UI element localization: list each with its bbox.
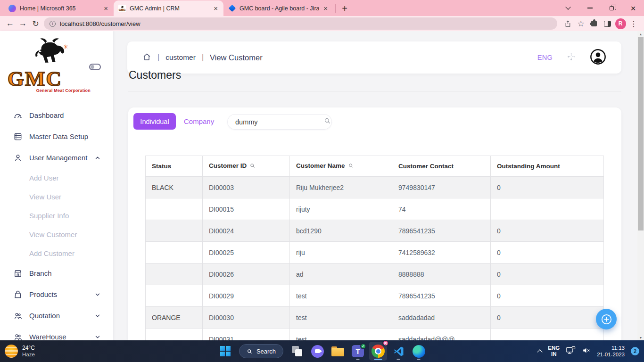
customers-table: Status Customer ID Customer Name Custome… [145, 156, 604, 350]
windows-taskbar: 24°C Haze Search T✓ R ENG IN [0, 340, 644, 362]
task-view-button[interactable] [288, 342, 306, 361]
customer-search-input[interactable] [235, 118, 323, 126]
sidebar-item-view-user[interactable]: View User [0, 187, 113, 206]
company-tab-link[interactable]: Company [184, 117, 214, 125]
chrome-icon [372, 345, 385, 358]
sidebar-item-supplier-info[interactable]: Supplier Info [0, 206, 113, 225]
col-customer-contact: Customer Contact [392, 156, 491, 177]
sidebar-item-user-management[interactable]: User Management [0, 147, 113, 168]
browser-tab-jira[interactable]: GMC board - Agile board - Jira × [223, 0, 333, 16]
column-search-icon[interactable] [348, 163, 354, 170]
cell-customer-id: DI00029 [203, 285, 290, 307]
home-icon[interactable] [142, 52, 151, 63]
cell-customer-id: DI00003 [203, 177, 290, 198]
teams-button[interactable]: T✓ [349, 342, 367, 361]
store-icon [13, 269, 23, 278]
column-search-icon[interactable] [249, 163, 256, 170]
sidebar-item-view-customer[interactable]: View Customer [0, 225, 113, 244]
taskbar-search[interactable]: Search [239, 344, 283, 358]
tab-title: GMC board - Agile board - Jira [239, 5, 319, 12]
title-divider [128, 91, 621, 91]
browser-tab-gmc-admin[interactable]: GMC GMC Admin | CRM × [114, 0, 223, 16]
move-arrows-icon[interactable] [567, 52, 576, 63]
forward-button[interactable]: → [17, 19, 29, 28]
tab-close-icon[interactable]: × [322, 5, 329, 12]
reload-button[interactable]: ↻ [29, 19, 42, 29]
cell-status: ORANGE [146, 307, 203, 329]
browser-menu-icon[interactable]: ⋮ [627, 19, 640, 28]
chrome-button[interactable]: R [369, 342, 387, 361]
chat-button[interactable] [308, 342, 326, 361]
scroll-up-arrow[interactable]: ▲ [637, 31, 644, 37]
window-close-button[interactable]: × [622, 0, 644, 16]
bag-icon [13, 290, 23, 299]
sidebar: ✳ GMC General Meat Corporation Dashboard… [0, 31, 113, 340]
user-avatar-icon[interactable] [590, 49, 606, 67]
sidebar-item-dashboard[interactable]: Dashboard [0, 105, 113, 126]
edge-button[interactable] [410, 342, 428, 361]
window-restore-button[interactable] [601, 0, 622, 16]
col-outstanding-amount: Outstanding Amount [491, 156, 604, 177]
table-row[interactable]: DI00024 bcd1290 7896541235 0 [146, 220, 604, 242]
hidden-icons-chevron[interactable] [537, 349, 543, 354]
chrome-profile-badge: R [382, 340, 389, 346]
add-customer-fab[interactable] [596, 309, 617, 329]
network-icon[interactable] [566, 346, 576, 357]
cell-customer-name: test [290, 285, 392, 307]
plus-circle-icon [600, 313, 613, 326]
page-scrollbar[interactable]: ▲ ▼ [637, 31, 644, 340]
cell-customer-contact: 8888888 [392, 263, 491, 285]
vscode-icon [393, 346, 405, 357]
window-minimize-button[interactable] [579, 0, 601, 16]
cell-status [146, 198, 203, 220]
address-bar[interactable]: i localhost:8080/customer/view [44, 17, 557, 30]
sidebar-collapse-toggle[interactable] [89, 64, 101, 70]
notification-count-badge[interactable]: 2 [631, 347, 639, 355]
cell-customer-contact: 9749830147 [392, 177, 491, 198]
search-icon[interactable] [323, 117, 331, 127]
sidebar-item-label: User Management [29, 154, 87, 162]
cell-customer-name: rijuty [290, 198, 392, 220]
scroll-down-arrow[interactable]: ▼ [637, 335, 644, 340]
sidebar-item-label: Dashboard [29, 111, 64, 119]
language-selector[interactable]: ENG [537, 54, 553, 61]
page-title: Customers [129, 69, 181, 82]
sidebar-item-add-customer[interactable]: Add Customer [0, 244, 113, 263]
table-row[interactable]: DI00025 riju 7412589632 0 [146, 242, 604, 263]
browser-profile-avatar[interactable]: R [614, 18, 627, 29]
tray-clock[interactable]: 11:13 21-01-2023 [597, 345, 625, 358]
taskbar-weather-widget[interactable]: 24°C Haze [5, 340, 35, 362]
folder-icon [331, 346, 344, 356]
table-row[interactable]: DI00029 test 7896541235 0 [146, 285, 604, 307]
tray-language[interactable]: ENG IN [548, 345, 560, 357]
sidebar-item-master-data-setup[interactable]: Master Data Setup [0, 126, 113, 147]
browser-tab-microsoft365[interactable]: Home | Microsoft 365 × [4, 0, 114, 16]
sidebar-item-branch[interactable]: Branch [0, 263, 113, 284]
table-row[interactable]: BLACK DI00003 Riju Mukherjee2 9749830147… [146, 177, 604, 198]
volume-muted-icon[interactable] [582, 346, 591, 357]
tab-close-icon[interactable]: × [103, 5, 109, 12]
sidebar-item-products[interactable]: Products [0, 284, 113, 305]
start-button[interactable] [216, 342, 234, 361]
individual-tab-button[interactable]: Individual [133, 113, 176, 130]
table-row[interactable]: DI00026 ad 8888888 0 [146, 263, 604, 285]
scrollbar-thumb[interactable] [638, 37, 644, 230]
back-button[interactable]: ← [4, 19, 17, 28]
bookmark-star-icon[interactable]: ☆ [574, 19, 587, 29]
table-row[interactable]: DI00015 rijuty 74 [146, 198, 604, 220]
sidebar-item-quotation[interactable]: Quotation [0, 305, 113, 326]
sidebar-item-add-user[interactable]: Add User [0, 168, 113, 187]
table-row[interactable]: ORANGE DI00030 test saddadadad 0 [146, 307, 604, 329]
side-panel-icon[interactable] [601, 21, 614, 27]
new-tab-button[interactable]: + [339, 2, 351, 15]
site-info-icon[interactable]: i [50, 21, 56, 27]
share-icon[interactable] [561, 20, 574, 28]
cell-status [146, 285, 203, 307]
tab-close-icon[interactable]: × [213, 5, 219, 12]
file-explorer-button[interactable] [329, 342, 347, 361]
breadcrumb-section[interactable]: customer [165, 53, 196, 62]
vscode-button[interactable] [389, 342, 407, 361]
sidebar-nav: Dashboard Master Data Setup User Managem… [0, 105, 113, 347]
extensions-icon[interactable] [587, 21, 601, 26]
tab-search-chevron-icon[interactable] [557, 0, 579, 16]
